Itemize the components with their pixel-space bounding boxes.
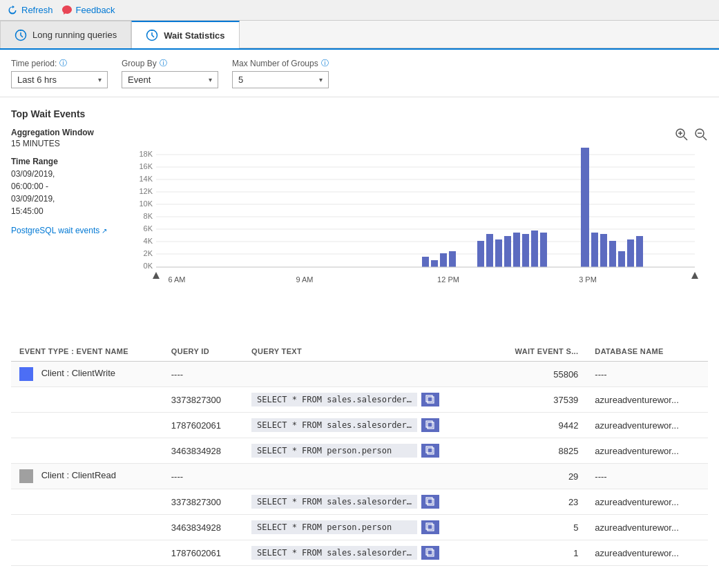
max-groups-chevron: ▾ xyxy=(319,76,323,84)
copy-button[interactable] xyxy=(421,393,439,406)
query-id-cell: 3463834928 xyxy=(163,438,243,464)
svg-rect-41 xyxy=(581,148,589,267)
tab-wait-statistics[interactable]: Wait Statistics xyxy=(131,21,239,48)
event-type-cell xyxy=(11,515,163,540)
query-id-cell: 1787602061 xyxy=(163,413,243,438)
wait-value-cell: 55806 xyxy=(490,362,587,387)
copy-button[interactable] xyxy=(421,546,439,560)
col-event-type: EVENT TYPE : EVENT NAME xyxy=(11,342,163,362)
zoom-out-icon xyxy=(694,128,708,141)
svg-text:6K: 6K xyxy=(144,224,153,233)
wait-value-cell: 23 xyxy=(490,489,587,515)
svg-rect-37 xyxy=(513,233,520,267)
query-id-cell: ---- xyxy=(163,362,243,387)
svg-rect-35 xyxy=(495,239,502,267)
query-text-cell xyxy=(243,362,490,387)
tab-long-running[interactable]: Long running queries xyxy=(0,21,131,48)
wait-value-cell: 9442 xyxy=(490,413,587,438)
refresh-label: Refresh xyxy=(21,5,53,15)
col-wait-event: WAIT EVENT S... xyxy=(490,342,587,362)
max-groups-info-icon[interactable]: ⓘ xyxy=(321,58,329,68)
svg-rect-66 xyxy=(426,549,432,555)
database-name-cell: ---- xyxy=(586,464,708,489)
table-header: EVENT TYPE : EVENT NAME QUERY ID QUERY T… xyxy=(11,342,708,362)
svg-rect-38 xyxy=(522,234,529,267)
svg-rect-56 xyxy=(426,395,432,402)
database-name-cell: azureadventurewor... xyxy=(586,438,708,464)
svg-rect-60 xyxy=(426,447,432,453)
query-text-cell: SELECT * FROM sales.salesorderdetail xyxy=(243,489,490,515)
zoom-in-button[interactable] xyxy=(675,128,689,144)
event-type-cell xyxy=(11,438,163,464)
wait-value-cell: 29 xyxy=(490,464,587,489)
chart-right-panel: 18K 16K 14K 12K 10K 8K 6K 4K 2K 0K xyxy=(132,128,708,331)
svg-rect-63 xyxy=(428,525,434,531)
postgresql-wait-events-link[interactable]: PostgreSQL wait events ↗ xyxy=(11,226,132,235)
clock-icon-1 xyxy=(15,29,27,41)
max-groups-select[interactable]: 5 ▾ xyxy=(232,71,329,88)
event-type-cell xyxy=(11,540,163,566)
svg-text:18K: 18K xyxy=(139,150,153,158)
feedback-label: Feedback xyxy=(76,5,115,15)
toolbar: Refresh Feedback xyxy=(0,0,719,21)
group-by-info-icon[interactable]: ⓘ xyxy=(160,58,167,68)
group-by-filter: Group By ⓘ Event ▾ xyxy=(122,58,218,88)
time-range-label: Time Range xyxy=(11,157,132,166)
database-name-cell: azureadventurewor... xyxy=(586,413,708,438)
svg-rect-46 xyxy=(627,239,634,267)
svg-marker-49 xyxy=(153,272,160,279)
time-period-chevron: ▾ xyxy=(98,76,102,84)
time-period-select[interactable]: Last 6 hrs ▾ xyxy=(11,71,108,88)
svg-text:4K: 4K xyxy=(144,237,153,245)
database-name-cell: azureadventurewor... xyxy=(586,387,708,413)
color-swatch-blue xyxy=(19,367,33,381)
wait-events-table: EVENT TYPE : EVENT NAME QUERY ID QUERY T… xyxy=(11,342,708,566)
feedback-icon xyxy=(61,5,73,16)
query-text-box: SELECT * FROM sales.salesorderheader xyxy=(251,418,417,432)
svg-rect-64 xyxy=(426,523,432,529)
zoom-controls xyxy=(675,128,708,144)
database-name-cell: azureadventurewor... xyxy=(586,489,708,515)
svg-rect-44 xyxy=(609,241,616,267)
chart-left-panel: Aggregation Window 15 MINUTES Time Range… xyxy=(11,128,132,331)
group-by-select[interactable]: Event ▾ xyxy=(122,71,218,88)
external-link-icon: ↗ xyxy=(102,227,107,235)
feedback-button[interactable]: Feedback xyxy=(61,5,115,16)
event-type-cell: Client : ClientWrite xyxy=(11,362,163,387)
filters-bar: Time period: ⓘ Last 6 hrs ▾ Group By ⓘ E… xyxy=(0,50,719,97)
table-row: 1787602061 SELECT * FROM sales.salesorde… xyxy=(11,413,708,438)
zoom-in-icon xyxy=(675,128,689,141)
svg-rect-47 xyxy=(636,236,643,267)
query-text-box: SELECT * FROM sales.salesorderdetail xyxy=(251,495,417,509)
copy-button[interactable] xyxy=(421,495,439,509)
svg-rect-40 xyxy=(540,233,547,267)
svg-rect-42 xyxy=(591,233,598,267)
database-name-cell: azureadventurewor... xyxy=(586,540,708,566)
table-row: Client : ClientWrite ---- 55806 ---- xyxy=(11,362,708,387)
section-title: Top Wait Events xyxy=(11,108,708,119)
color-swatch-gray xyxy=(19,469,33,483)
tabs-bar: Long running queries Wait Statistics xyxy=(0,21,719,50)
copy-button[interactable] xyxy=(421,520,439,534)
group-by-chevron: ▾ xyxy=(209,76,212,84)
wait-value-cell: 5 xyxy=(490,515,587,540)
refresh-button[interactable]: Refresh xyxy=(7,5,53,16)
query-text-cell: SELECT * FROM sales.salesorderheader xyxy=(243,413,490,438)
query-text-cell: SELECT * FROM sales.salesorderdetail xyxy=(243,387,490,413)
svg-text:10K: 10K xyxy=(139,199,153,208)
aggregation-window-label: Aggregation Window xyxy=(11,128,132,137)
svg-rect-34 xyxy=(486,234,493,267)
svg-rect-39 xyxy=(531,231,538,267)
query-id-cell: 3463834928 xyxy=(163,515,243,540)
svg-text:12K: 12K xyxy=(139,187,153,195)
svg-rect-57 xyxy=(428,422,434,429)
event-name: Client : ClientWrite xyxy=(41,368,115,378)
svg-rect-30 xyxy=(431,260,438,267)
copy-button[interactable] xyxy=(421,444,439,458)
zoom-out-button[interactable] xyxy=(694,128,708,144)
copy-button[interactable] xyxy=(421,418,439,432)
time-period-info-icon[interactable]: ⓘ xyxy=(59,58,67,68)
svg-rect-33 xyxy=(477,241,484,267)
svg-rect-59 xyxy=(428,448,434,454)
tab-long-running-label: Long running queries xyxy=(32,30,117,40)
